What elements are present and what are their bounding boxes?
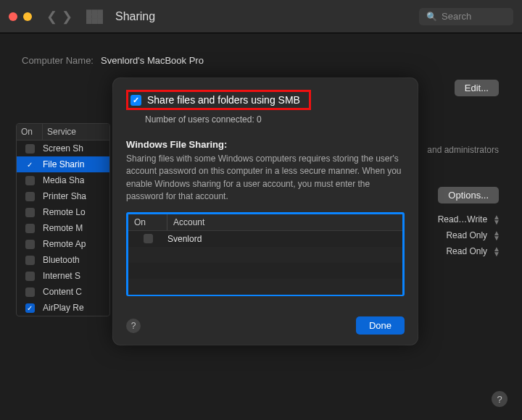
done-button[interactable]: Done: [356, 316, 405, 335]
permission-row[interactable]: Read…Write ▲▼: [438, 214, 500, 224]
help-button[interactable]: ?: [492, 391, 508, 407]
accounts-table: On Account Svenlord: [126, 212, 405, 296]
permission-row[interactable]: Read Only ▲▼: [446, 246, 500, 256]
computer-name-value: Svenlord's MacBook Pro: [101, 55, 204, 66]
checkbox-icon[interactable]: [25, 192, 35, 201]
options-sheet: ✓ Share files and folders using SMB Numb…: [113, 78, 418, 345]
accounts-header-on: On: [128, 214, 167, 230]
options-button[interactable]: Options...: [438, 187, 499, 203]
service-label: AirPlay Re: [43, 303, 84, 313]
help-icon[interactable]: ?: [126, 319, 141, 333]
forward-button[interactable]: ❯: [62, 9, 72, 25]
edit-button[interactable]: Edit...: [455, 80, 499, 96]
service-label: Screen Sh: [43, 143, 83, 154]
checkbox-icon[interactable]: [25, 224, 35, 233]
checkbox-icon[interactable]: [25, 287, 35, 297]
service-row[interactable]: ✓AirPlay Re: [17, 300, 109, 316]
main-content: Computer Name: Svenlord's MacBook Pro: [0, 33, 522, 66]
nav-buttons: ❮ ❯: [46, 9, 72, 25]
stepper-icon: ▲▼: [493, 246, 500, 256]
service-label: File Sharin: [43, 159, 84, 169]
service-label: Content C: [43, 287, 82, 297]
service-row[interactable]: Media Sha: [17, 172, 109, 188]
service-label: Remote M: [43, 223, 83, 233]
table-row: [128, 279, 402, 295]
connected-users-text: Number of users connected: 0: [145, 114, 405, 125]
checkbox-icon[interactable]: [25, 208, 35, 217]
permission-label: Read…Write: [438, 214, 487, 224]
minimize-window-icon[interactable]: [23, 12, 32, 21]
checkbox-icon[interactable]: [25, 144, 35, 154]
sheet-footer: ? Done: [126, 316, 405, 335]
account-row[interactable]: Svenlord: [128, 231, 402, 247]
service-row[interactable]: Bluetooth: [17, 252, 109, 268]
service-row[interactable]: ✓File Sharin: [17, 156, 109, 172]
stepper-icon: ▲▼: [493, 230, 500, 240]
permission-label: Read Only: [446, 246, 487, 256]
permission-label: Read Only: [446, 230, 487, 240]
computer-name-row: Computer Name: Svenlord's MacBook Pro: [22, 55, 500, 66]
computer-name-label: Computer Name:: [22, 55, 94, 66]
checkbox-icon[interactable]: [25, 240, 35, 249]
back-button[interactable]: ❮: [46, 9, 57, 25]
windows-file-sharing-title: Windows File Sharing:: [126, 139, 405, 150]
service-row[interactable]: Remote Lo: [17, 204, 109, 220]
permission-row[interactable]: Read Only ▲▼: [446, 230, 500, 240]
checkbox-icon[interactable]: [144, 234, 153, 243]
search-field[interactable]: 🔍 Search: [419, 8, 513, 25]
services-header-on: On: [17, 124, 43, 140]
window-controls: [9, 12, 32, 21]
smb-label: Share files and folders using SMB: [147, 94, 300, 106]
service-label: Printer Sha: [43, 191, 86, 201]
titlebar: ❮ ❯ ■■■■■■■■■ Sharing 🔍 Search: [0, 0, 522, 33]
service-label: Internet S: [43, 271, 80, 281]
checkbox-checked-icon[interactable]: ✓: [130, 95, 141, 106]
accounts-header-account: Account: [167, 214, 210, 230]
table-row: [128, 263, 402, 279]
administrators-text: and administrators: [427, 145, 499, 155]
search-placeholder: Search: [442, 11, 471, 22]
grid-icon[interactable]: ■■■■■■■■■: [86, 10, 102, 23]
services-header-service: Service: [43, 124, 80, 140]
service-label: Media Sha: [43, 175, 84, 185]
close-window-icon[interactable]: [9, 12, 17, 21]
windows-file-sharing-description: Sharing files with some Windows computer…: [126, 153, 405, 203]
table-row: [128, 247, 402, 263]
service-row[interactable]: Remote Ap: [17, 236, 109, 252]
services-table: On Service Screen Sh✓File SharinMedia Sh…: [16, 123, 110, 316]
service-row[interactable]: Content C: [17, 284, 109, 300]
search-icon: 🔍: [426, 12, 437, 22]
smb-checkbox-row[interactable]: ✓ Share files and folders using SMB: [126, 90, 311, 110]
service-row[interactable]: Internet S: [17, 268, 109, 284]
service-row[interactable]: Remote M: [17, 220, 109, 236]
checkbox-icon[interactable]: [25, 256, 35, 265]
checkbox-icon[interactable]: ✓: [25, 303, 35, 313]
service-row[interactable]: Screen Sh: [17, 140, 109, 156]
checkbox-icon[interactable]: [25, 272, 35, 281]
service-label: Remote Ap: [43, 239, 86, 249]
checkbox-icon[interactable]: [25, 176, 35, 185]
service-label: Bluetooth: [43, 255, 80, 265]
window-title: Sharing: [115, 10, 155, 23]
account-name: Svenlord: [167, 234, 202, 244]
stepper-icon: ▲▼: [493, 214, 500, 224]
checkbox-icon[interactable]: ✓: [25, 160, 35, 169]
service-row[interactable]: Printer Sha: [17, 188, 109, 204]
accounts-header: On Account: [128, 214, 402, 231]
services-header: On Service: [17, 124, 109, 140]
service-label: Remote Lo: [43, 207, 86, 217]
